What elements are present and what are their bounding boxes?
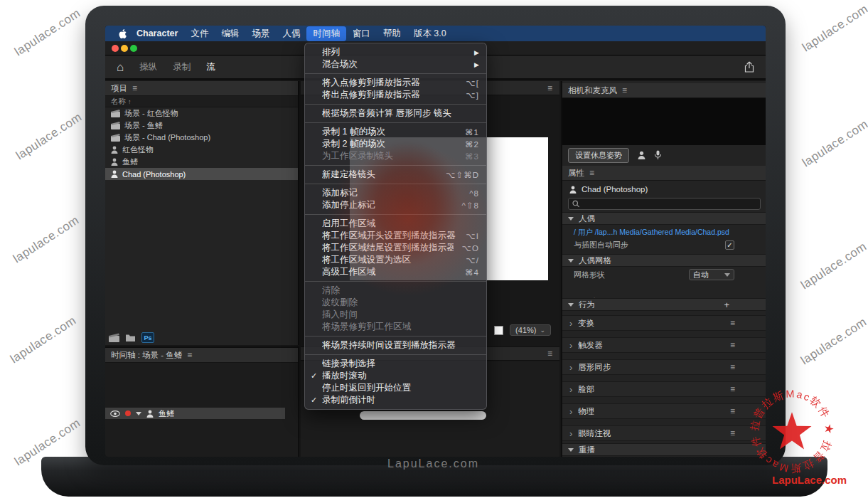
menu-item-link-record-selection[interactable]: 链接录制选择: [305, 358, 486, 370]
watermark: lapulace.com: [800, 117, 868, 171]
home-icon[interactable]: ⌂: [117, 61, 124, 73]
menubar-item-file[interactable]: 文件: [184, 26, 215, 41]
eye-icon[interactable]: [110, 410, 120, 417]
project-row-selected[interactable]: Chad (Photoshop): [105, 168, 298, 180]
behavior-row-lipsync[interactable]: › 唇形同步 ≡: [562, 359, 766, 375]
behavior-label: 变换: [578, 318, 594, 329]
track-label: 鱼鳍: [159, 408, 174, 419]
menu-item-record-1-frame[interactable]: 录制 1 帧的场次⌘1: [305, 126, 486, 138]
submenu-arrow-icon: ▶: [474, 61, 479, 68]
section-mesh[interactable]: 人偶网格: [562, 254, 766, 267]
add-behavior-button[interactable]: +: [724, 300, 729, 310]
zoom-dropdown[interactable]: (41%) ⌄: [510, 324, 551, 336]
mesh-shape-label: 网格形状: [574, 270, 605, 280]
menu-item-set-scene-duration[interactable]: 将场景持续时间设置到播放指示器: [305, 339, 486, 351]
property-search[interactable]: [568, 198, 761, 210]
chevron-down-icon: ⌄: [540, 327, 545, 334]
close-window-button[interactable]: [112, 45, 119, 52]
panel-menu-icon[interactable]: ≡: [132, 83, 137, 93]
calibrate-face-icon[interactable]: [638, 151, 645, 159]
behavior-row-physics[interactable]: › 物理 ≡: [562, 403, 766, 419]
new-folder-icon[interactable]: [125, 334, 136, 342]
apple-icon[interactable]: [115, 28, 130, 39]
set-rest-pose-button[interactable]: 设置休息姿势: [568, 148, 629, 163]
menubar-item-puppet[interactable]: 人偶: [276, 26, 306, 41]
menubar-item-help[interactable]: 帮助: [377, 26, 407, 41]
panel-menu-icon[interactable]: ≡: [547, 349, 552, 359]
menubar-item-timeline[interactable]: 时间轴: [306, 26, 346, 41]
panel-menu-icon[interactable]: ≡: [547, 83, 552, 93]
tab-rig[interactable]: 操纵: [139, 61, 157, 73]
record-arm-icon[interactable]: [125, 410, 131, 416]
menu-item-workarea-to-selection[interactable]: 将工作区域设置为选区⌥/: [305, 254, 486, 266]
name-column-header[interactable]: 名称 ↑: [105, 96, 298, 107]
project-panel: 项目 ≡ 名称 ↑ 场景 - 红色怪物 场景 - 鱼鳍 场景 - Ch: [105, 81, 299, 345]
menubar-app-name[interactable]: Character: [130, 27, 184, 40]
menu-item-new-freeze-take[interactable]: 新建定格镜头⌥⇧⌘D: [305, 169, 486, 181]
timeline-track-row[interactable]: 鱼鳍: [105, 408, 285, 419]
behavior-menu-icon[interactable]: ≡: [730, 362, 735, 372]
background-color-swatch[interactable]: [494, 326, 503, 335]
tab-stream[interactable]: 流: [206, 61, 215, 73]
menu-item-add-marker[interactable]: 添加标记^8: [305, 187, 486, 199]
project-row[interactable]: 场景 - 红色怪物: [105, 107, 298, 120]
menu-item-record-2-frames[interactable]: 录制 2 帧的场次⌘2: [305, 138, 486, 150]
menubar-item-scene[interactable]: 场景: [245, 26, 276, 41]
new-scene-icon[interactable]: [109, 333, 119, 342]
photoshop-badge-icon[interactable]: Ps: [141, 332, 154, 343]
behavior-menu-icon[interactable]: ≡: [730, 318, 735, 328]
menu-item-enable-workarea[interactable]: 启用工作区域: [305, 218, 486, 230]
behavior-row-transform[interactable]: › 变换 ≡: [562, 315, 766, 331]
section-replays[interactable]: 重播: [562, 443, 766, 456]
zoom-window-button[interactable]: [130, 45, 137, 52]
section-behaviors[interactable]: 行为 +: [562, 298, 766, 311]
horizontal-scrollbar[interactable]: [360, 411, 486, 420]
section-replays-label: 重播: [579, 445, 595, 455]
project-row[interactable]: 红色怪物: [105, 144, 298, 156]
menubar-item-version[interactable]: 版本 3.0: [407, 26, 453, 41]
menu-item-trim-out[interactable]: 将出点修剪到播放指示器⌥]: [305, 89, 486, 101]
tab-record[interactable]: 录制: [173, 61, 191, 73]
menu-item-trim-in[interactable]: 将入点修剪到播放指示器⌥[: [305, 77, 486, 89]
behavior-menu-icon[interactable]: ≡: [730, 340, 735, 350]
mesh-shape-select[interactable]: 自动: [689, 269, 734, 280]
menu-item-scroll-while-playing[interactable]: ✓播放时滚动: [305, 370, 486, 382]
menu-item-countdown-before-record[interactable]: ✓录制前倒计时: [305, 394, 486, 406]
microphone-icon[interactable]: [654, 150, 662, 160]
auto-sync-label: 与插图自动同步: [574, 240, 628, 250]
menubar-item-edit[interactable]: 编辑: [215, 26, 245, 41]
search-input[interactable]: [583, 200, 756, 208]
properties-header: 属性 ≡: [562, 166, 766, 181]
chevron-down-icon[interactable]: [136, 412, 141, 415]
project-row[interactable]: 鱼鳍: [105, 156, 298, 168]
menu-item-advanced-workarea[interactable]: 高级工作区域⌘4: [305, 266, 486, 278]
auto-sync-checkbox[interactable]: ✓: [725, 240, 734, 250]
menu-item-return-to-start[interactable]: 停止时返回到开始位置: [305, 382, 486, 394]
source-path-link[interactable]: / 用户 /lap...h Media/Gathered Media/Chad.…: [562, 226, 766, 238]
behavior-menu-icon[interactable]: ≡: [730, 406, 735, 416]
menu-item-workarea-end[interactable]: 将工作区域结尾设置到播放指示器⌥O: [305, 242, 486, 254]
menu-separator: [305, 165, 486, 166]
menu-item-compute-lipsync[interactable]: 根据场景音频计算 唇形同步 镜头: [305, 107, 486, 120]
behavior-row-eyegaze[interactable]: › 眼睛注视 ≡: [562, 425, 766, 441]
caret-down-icon: [568, 217, 574, 221]
behavior-menu-icon[interactable]: ≡: [730, 428, 735, 438]
behavior-row-triggers[interactable]: › 触发器 ≡: [562, 337, 766, 353]
panel-menu-icon[interactable]: ≡: [589, 168, 594, 178]
menu-item-arrange[interactable]: 排列▶: [305, 46, 486, 58]
panel-menu-icon[interactable]: ≡: [622, 85, 627, 95]
project-row[interactable]: 场景 - 鱼鳍: [105, 120, 298, 132]
menu-item-insert-time: 插入时间: [305, 309, 486, 321]
minimize-window-button[interactable]: [121, 45, 128, 52]
section-puppet[interactable]: 人偶: [562, 212, 766, 225]
menubar-item-window[interactable]: 窗口: [346, 26, 377, 41]
menu-item-workarea-start[interactable]: 将工作区域开头设置到播放指示器⌥I: [305, 230, 486, 242]
share-icon[interactable]: [744, 61, 754, 73]
behavior-menu-icon[interactable]: ≡: [730, 384, 735, 394]
panel-menu-icon[interactable]: ≡: [187, 350, 192, 360]
behavior-row-face[interactable]: › 脸部 ≡: [562, 381, 766, 397]
auto-sync-row: 与插图自动同步 ✓: [562, 239, 766, 251]
menu-item-add-stop-marker[interactable]: 添加停止标记^⇧8: [305, 199, 486, 211]
project-row[interactable]: 场景 - Chad (Photoshop): [105, 132, 298, 144]
menu-item-blend-takes[interactable]: 混合场次▶: [305, 58, 486, 70]
